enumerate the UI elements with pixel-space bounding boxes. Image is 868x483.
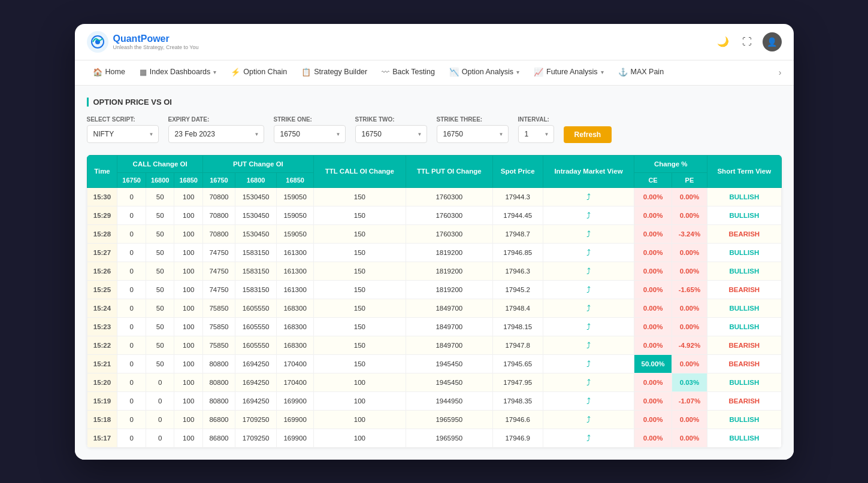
data-table-container: Time CALL Change OI PUT Change OI TTL CA… bbox=[87, 155, 782, 448]
future-analysis-icon: 📈 bbox=[534, 68, 543, 77]
cell-call-2: 100 bbox=[174, 391, 203, 410]
user-avatar[interactable]: 👤 bbox=[763, 32, 782, 51]
trend-up-icon: ⤴ bbox=[586, 433, 591, 443]
select-strike-three-wrapper[interactable]: 16750 16800 16850 bbox=[437, 125, 509, 143]
nav-max-pain[interactable]: ⚓ MAX Pain bbox=[612, 60, 670, 85]
cell-call-2: 100 bbox=[174, 354, 203, 373]
cell-time: 15:29 bbox=[87, 206, 117, 224]
cell-trend: ⤴ bbox=[543, 429, 634, 447]
cell-call-1: 0 bbox=[146, 410, 174, 429]
cell-ce: 50.00% bbox=[634, 354, 672, 373]
cell-view: BEARISH bbox=[707, 391, 781, 410]
nav-index-dashboards[interactable]: ▦ Index Dashboards ▾ bbox=[134, 60, 222, 85]
cell-put-2: 170400 bbox=[277, 354, 314, 373]
cell-call-0: 0 bbox=[117, 317, 146, 336]
cell-call-2: 100 bbox=[174, 224, 203, 243]
cell-call-2: 100 bbox=[174, 410, 203, 429]
select-expiry-input[interactable]: 23 Feb 2023 02 Mar 2023 bbox=[168, 125, 264, 143]
cell-put-1: 1583150 bbox=[235, 280, 276, 299]
cell-call-0: 0 bbox=[117, 280, 146, 299]
cell-trend: ⤴ bbox=[543, 354, 634, 373]
cell-trend: ⤴ bbox=[543, 299, 634, 317]
filter-script-label: SELECT SCRIPT: bbox=[87, 116, 159, 123]
select-strike-one-input[interactable]: 16750 16800 16850 bbox=[274, 125, 346, 143]
cell-view: BULLISH bbox=[707, 317, 781, 336]
nav-future-analysis[interactable]: 📈 Future Analysis ▾ bbox=[528, 60, 609, 85]
cell-ttl-put: 1819200 bbox=[406, 280, 492, 299]
cell-put-0: 70800 bbox=[202, 206, 235, 224]
nav-home[interactable]: 🏠 Home bbox=[87, 60, 131, 85]
cell-ttl-put: 1760300 bbox=[406, 224, 492, 243]
chevron-option-analysis: ▾ bbox=[516, 69, 519, 75]
cell-call-2: 100 bbox=[174, 280, 203, 299]
nav-option-analysis-label: Option Analysis bbox=[462, 68, 513, 76]
nav-option-analysis[interactable]: 📉 Option Analysis ▾ bbox=[443, 60, 525, 85]
cell-ce: 0.00% bbox=[634, 373, 672, 391]
th-intraday: Intraday Market View bbox=[543, 155, 634, 187]
cell-ce: 0.00% bbox=[634, 262, 672, 280]
cell-pe: 0.00% bbox=[672, 206, 707, 224]
cell-trend: ⤴ bbox=[543, 410, 634, 429]
cell-put-0: 74750 bbox=[202, 262, 235, 280]
cell-ce: 0.00% bbox=[634, 391, 672, 410]
filter-expiry-label: Expiry Date: bbox=[168, 116, 264, 123]
th-ttl-put: TTL PUT OI Change bbox=[406, 155, 492, 187]
cell-put-0: 80800 bbox=[202, 373, 235, 391]
cell-ttl-put: 1944950 bbox=[406, 391, 492, 410]
select-strike-two-input[interactable]: 16750 16800 16850 bbox=[355, 125, 427, 143]
filter-strike-two-label: STRIKE TWO: bbox=[355, 116, 427, 123]
trend-up-icon: ⤴ bbox=[586, 285, 591, 294]
nav-more-icon[interactable]: › bbox=[779, 68, 782, 77]
nav-strategy-builder[interactable]: 📋 Strategy Builder bbox=[295, 60, 373, 85]
refresh-button[interactable]: Refresh bbox=[564, 126, 612, 143]
table-row: 15:2205010075850160555016830015018497001… bbox=[87, 336, 781, 354]
cell-call-1: 50 bbox=[146, 206, 174, 224]
select-interval-wrapper[interactable]: 1 5 10 bbox=[518, 125, 554, 143]
cell-call-1: 0 bbox=[146, 373, 174, 391]
table-row: 15:2905010070800153045015905015017603001… bbox=[87, 206, 781, 224]
cell-pe: -1.07% bbox=[672, 391, 707, 410]
cell-spot: 17945.2 bbox=[492, 280, 543, 299]
select-interval-input[interactable]: 1 5 10 bbox=[518, 125, 554, 143]
table-row: 15:2705010074750158315016130015018192001… bbox=[87, 243, 781, 262]
cell-spot: 17947.8 bbox=[492, 336, 543, 354]
cell-put-1: 1583150 bbox=[235, 262, 276, 280]
select-strike-two-wrapper[interactable]: 16750 16800 16850 bbox=[355, 125, 427, 143]
cell-ttl-call: 150 bbox=[313, 243, 406, 262]
filter-expiry: Expiry Date: 23 Feb 2023 02 Mar 2023 bbox=[168, 116, 264, 143]
cell-trend: ⤴ bbox=[543, 206, 634, 224]
cell-ce: 0.00% bbox=[634, 410, 672, 429]
fullscreen-icon[interactable]: ⛶ bbox=[739, 34, 755, 50]
th-spot: Spot Price bbox=[492, 155, 543, 187]
cell-put-1: 1694250 bbox=[235, 391, 276, 410]
cell-pe: 0.00% bbox=[672, 317, 707, 336]
select-strike-one-wrapper[interactable]: 16750 16800 16850 bbox=[274, 125, 346, 143]
cell-ce: 0.00% bbox=[634, 317, 672, 336]
nav-option-chain[interactable]: ⚡ Option Chain bbox=[225, 60, 293, 85]
back-testing-icon: 〰 bbox=[382, 68, 389, 77]
cell-put-0: 75850 bbox=[202, 336, 235, 354]
cell-call-0: 0 bbox=[117, 243, 146, 262]
cell-put-0: 75850 bbox=[202, 299, 235, 317]
cell-put-0: 86800 bbox=[202, 410, 235, 429]
cell-call-0: 0 bbox=[117, 429, 146, 447]
option-analysis-icon: 📉 bbox=[449, 68, 459, 77]
cell-trend: ⤴ bbox=[543, 317, 634, 336]
cell-call-0: 0 bbox=[117, 391, 146, 410]
select-strike-three-input[interactable]: 16750 16800 16850 bbox=[437, 125, 509, 143]
cell-call-0: 0 bbox=[117, 410, 146, 429]
dark-mode-icon[interactable]: 🌙 bbox=[715, 34, 731, 50]
cell-ttl-put: 1760300 bbox=[406, 187, 492, 206]
trend-up-icon: ⤴ bbox=[586, 248, 591, 257]
select-script-input[interactable]: NIFTY BANKNIFTY FINNIFTY bbox=[87, 125, 159, 143]
cell-view: BULLISH bbox=[707, 373, 781, 391]
cell-put-0: 75850 bbox=[202, 317, 235, 336]
select-script-wrapper[interactable]: NIFTY BANKNIFTY FINNIFTY bbox=[87, 125, 159, 143]
cell-ttl-call: 100 bbox=[313, 391, 406, 410]
select-expiry-wrapper[interactable]: 23 Feb 2023 02 Mar 2023 bbox=[168, 125, 264, 143]
cell-pe: 0.00% bbox=[672, 354, 707, 373]
cell-trend: ⤴ bbox=[543, 391, 634, 410]
cell-call-1: 50 bbox=[146, 280, 174, 299]
nav-back-testing[interactable]: 〰 Back Testing bbox=[376, 60, 441, 85]
table-row: 15:2405010075850160555016830015018497001… bbox=[87, 299, 781, 317]
